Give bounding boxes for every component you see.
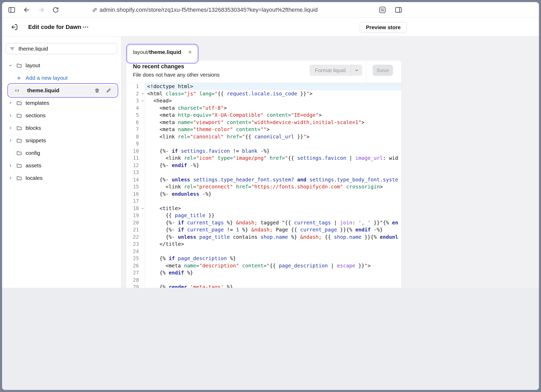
sidebar-item-sections[interactable]: sections [2,109,121,122]
sidebar-item-blocks[interactable]: blocks [2,122,121,134]
code-text: {% endif %} [145,269,401,277]
folder-icon [16,100,26,106]
folder-label: snippets [26,137,46,144]
code-line[interactable]: 25 {% if page_description %} [126,255,401,262]
file-sidebar: layout Add a new layout theme.liquid tem… [2,36,121,288]
code-line[interactable]: 7 <meta name="theme-color" content=""> [126,126,401,133]
chevron-right-icon[interactable] [8,176,16,180]
window-frame: admin.shopify.com/store/rzq1xu-f5/themes… [0,0,541,392]
sidebar-item-theme-liquid[interactable]: theme.liquid [2,84,121,97]
page-title: Edit code for Dawn [28,24,81,30]
code-line[interactable]: 27 {% endif %} [126,269,401,277]
chevron-right-icon [8,138,13,143]
code-line[interactable]: 10 {%- if settings.favicon != blank -%} [126,148,401,155]
code-editor[interactable]: 1<!doctype html>2<html class="js" lang="… [126,83,401,288]
forward-icon[interactable] [38,6,45,14]
tab-file-name: theme.liquid [149,49,181,55]
chevron-down-icon[interactable] [8,63,16,68]
code-line[interactable]: 1<!doctype html> [126,83,401,90]
code-line[interactable]: 26 <meta name="description" content="{{ … [126,262,401,270]
line-number: 4 [136,105,139,112]
code-line[interactable]: 16 {%- endunless -%} [126,191,401,198]
fold-chevron-icon[interactable] [141,99,144,103]
line-number: 19 [133,212,139,219]
delete-file-button[interactable] [94,88,100,93]
chevron-down-icon[interactable] [351,65,362,76]
code-text: <head> [145,97,401,105]
code-line[interactable]: 12 {%- endif -%} [126,162,401,169]
tab-theme-liquid[interactable]: layout/theme.liquid [128,46,196,60]
code-line[interactable]: 6 <meta name="viewport" content="width=d… [126,119,401,126]
url-bar[interactable]: admin.shopify.com/store/rzq1xu-f5/themes… [100,7,318,13]
code-line[interactable]: 18 <title> [126,205,401,212]
sidebar-item-config[interactable]: config [2,147,121,159]
code-line[interactable]: 9 [126,140,401,148]
search-input[interactable] [19,46,114,52]
line-number: 24 [133,248,139,255]
code-line[interactable]: 22 {%- unless page_title contains shop.n… [126,234,401,241]
fold-chevron-icon[interactable] [141,207,144,210]
code-line[interactable]: 15 <link rel="preconnect" href="https://… [126,183,401,191]
code-line[interactable]: 4 <meta charset="utf-8"> [126,105,401,112]
line-number: 3 [136,97,139,105]
code-line[interactable]: 28 [126,277,401,284]
code-line[interactable]: 17 [126,198,401,205]
back-icon[interactable] [23,6,30,14]
format-liquid-button[interactable]: Format liquid [310,65,362,76]
code-text: <meta http-equiv="X-UA-Compatible" conte… [145,112,401,119]
line-number-gutter: 7 [126,126,145,133]
sidebar-item-snippets[interactable]: snippets [2,134,121,147]
chevron-right-icon[interactable] [8,126,16,130]
more-icon[interactable] [82,23,89,31]
reload-icon[interactable] [52,6,59,13]
folder-icon [16,63,26,69]
code-line[interactable]: 19 {{ page_title }} [126,212,401,219]
line-number: 6 [136,119,139,126]
code-line[interactable]: 3 <head> [126,97,401,105]
sidebar-item-assets[interactable]: assets [2,159,121,172]
sidebar-item-add-a-new-layout[interactable]: Add a new layout [2,72,121,84]
chevron-right-icon[interactable] [8,163,16,168]
line-number: 29 [133,284,139,288]
code-line[interactable]: 23 </title> [126,241,401,248]
preview-store-button[interactable]: Preview store [360,22,407,33]
line-number-gutter: 15 [126,183,145,191]
chevron-right-icon[interactable] [8,113,16,118]
content-area: layout Add a new layout theme.liquid tem… [2,36,539,288]
save-button[interactable]: Save [373,65,393,76]
chevron-right-icon [8,176,13,180]
code-line[interactable]: 13 [126,169,401,176]
code-text: {% if page_description %} [145,255,401,262]
code-line[interactable]: 11 <link rel="icon" type="image/png" hre… [126,155,401,162]
code-line[interactable]: 14 {%- unless settings.type_header_font.… [126,176,401,183]
exit-icon[interactable] [10,23,19,31]
sidebar-item-locales[interactable]: locales [2,172,121,184]
line-number: 28 [133,277,139,284]
code-line[interactable]: 8 <link rel="canonical" href="{{ canonic… [126,133,401,140]
line-number-gutter: 16 [126,191,145,198]
folder-icon [16,113,22,119]
code-line[interactable]: 24 [126,248,401,255]
close-icon[interactable] [188,50,192,54]
code-text: {%- if settings.favicon != blank -%} [145,148,401,155]
sidebar-item-layout[interactable]: layout [2,59,121,72]
file-search-box[interactable] [6,43,117,54]
code-text [145,169,401,176]
folder-label: sections [26,112,46,119]
chevron-right-icon[interactable] [8,138,16,143]
code-text: {%- if current_tags %} &ndash; tagged "{… [145,219,401,226]
code-line[interactable]: 21 {%- if current_page != 1 %} &ndash; P… [126,226,401,234]
fold-chevron-icon[interactable] [141,92,144,96]
chevron-right-icon[interactable] [8,101,16,105]
rename-file-button[interactable] [106,88,111,93]
code-line[interactable]: 5 <meta http-equiv="X-UA-Compatible" con… [126,112,401,119]
panel-left-icon[interactable] [8,6,16,14]
plus-icon [16,75,26,81]
sidebar-item-templates[interactable]: templates [2,97,121,109]
code-line[interactable]: 2<html class="js" lang="{{ request.local… [126,90,401,97]
page-settings-icon[interactable] [378,6,386,14]
code-line[interactable]: 29 {% render 'meta-tags' %} [126,284,401,288]
line-number: 14 [133,176,139,183]
code-line[interactable]: 20 {%- if current_tags %} &ndash; tagged… [126,219,401,226]
panel-right-icon[interactable] [395,6,402,14]
